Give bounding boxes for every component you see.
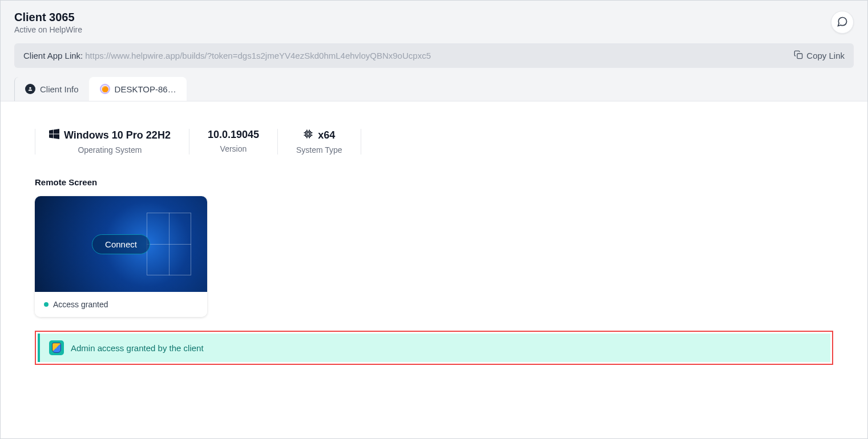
client-app-link-bar: Client App Link: https://www.helpwire.ap…	[14, 43, 854, 68]
info-os-label: Operating System	[49, 145, 171, 155]
tab-client-info-label: Client Info	[40, 84, 79, 94]
info-version-value: 10.0.19045	[208, 129, 259, 141]
status-dot-icon	[44, 302, 49, 307]
connect-button[interactable]: Connect	[92, 234, 150, 254]
chat-icon	[837, 16, 848, 29]
header-section: Client 3065 Active on HelpWire Client Ap…	[1, 1, 867, 101]
tab-desktop-label: DESKTOP-86…	[115, 84, 176, 94]
info-version: 10.0.19045 Version	[189, 129, 278, 155]
remote-screen-footer: Access granted	[35, 292, 207, 317]
chat-button[interactable]	[831, 11, 854, 34]
arch-text: x64	[318, 129, 335, 141]
content-area: Windows 10 Pro 22H2 Operating System 10.…	[1, 101, 867, 392]
info-arch-label: System Type	[296, 145, 342, 155]
desktop-icon: 🟠	[100, 84, 110, 94]
status-text: Access granted	[53, 300, 108, 309]
client-subtitle: Active on HelpWire	[14, 25, 82, 34]
os-text: Windows 10 Pro 22H2	[64, 129, 171, 141]
link-label: Client App Link:	[23, 51, 83, 60]
windows-logo-frame	[147, 213, 191, 275]
tabs: Client Info 🟠 DESKTOP-86…	[14, 77, 854, 101]
svg-rect-0	[797, 54, 802, 59]
client-title: Client 3065	[14, 11, 82, 24]
admin-access-banner: Admin access granted by the client	[35, 331, 833, 365]
remote-screen-title: Remote Screen	[35, 177, 833, 187]
admin-access-inner: Admin access granted by the client	[38, 334, 830, 362]
tab-client-info[interactable]: Client Info	[14, 77, 89, 101]
svg-point-1	[29, 87, 31, 89]
info-arch-value: x64	[296, 129, 342, 142]
remote-screen-preview[interactable]: Connect	[35, 196, 207, 292]
svg-rect-2	[306, 132, 311, 137]
tab-desktop[interactable]: 🟠 DESKTOP-86…	[89, 77, 187, 101]
copy-icon	[794, 50, 803, 61]
shield-icon	[49, 340, 64, 355]
link-left: Client App Link: https://www.helpwire.ap…	[23, 51, 431, 60]
remote-screen-card: Connect Access granted	[35, 196, 207, 317]
title-block: Client 3065 Active on HelpWire	[14, 11, 82, 34]
header-top: Client 3065 Active on HelpWire	[14, 11, 854, 34]
info-os: Windows 10 Pro 22H2 Operating System	[35, 129, 189, 155]
info-arch: x64 System Type	[278, 129, 361, 155]
windows-icon	[49, 129, 59, 142]
system-info-row: Windows 10 Pro 22H2 Operating System 10.…	[35, 129, 833, 155]
copy-link-button[interactable]: Copy Link	[794, 50, 845, 61]
info-version-label: Version	[208, 144, 259, 153]
svg-rect-3	[307, 133, 310, 136]
cpu-icon	[303, 129, 313, 142]
link-url: https://www.helpwire.app/builds/?token=d…	[85, 51, 431, 60]
copy-link-label: Copy Link	[806, 51, 845, 60]
info-os-value: Windows 10 Pro 22H2	[49, 129, 171, 142]
user-icon	[25, 84, 35, 94]
admin-access-text: Admin access granted by the client	[71, 343, 204, 353]
